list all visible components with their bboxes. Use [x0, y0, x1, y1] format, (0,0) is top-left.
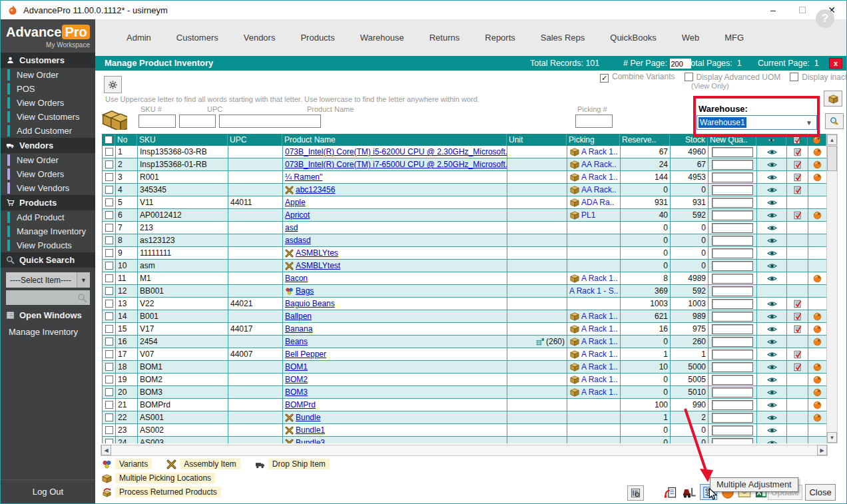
row-checkbox[interactable] — [105, 160, 113, 168]
orange-icon[interactable] — [813, 160, 822, 169]
select-all-checkbox[interactable] — [102, 134, 115, 146]
new-quantity-input[interactable] — [712, 299, 753, 309]
sidebar-item-view-orders[interactable]: View Orders — [1, 167, 95, 181]
col-new-quantity[interactable]: New Qua.. — [708, 134, 756, 146]
product-link[interactable]: Beans — [285, 337, 308, 346]
new-quantity-input[interactable] — [712, 274, 753, 284]
row-checkbox[interactable] — [105, 211, 113, 219]
scroll-right-button[interactable]: ▶ — [817, 445, 827, 455]
display-inactive-option[interactable]: Display inactive — [790, 73, 847, 82]
eye-icon[interactable] — [767, 299, 777, 309]
row-checkbox[interactable] — [105, 325, 113, 333]
menu-item-quickbooks[interactable]: QuickBooks — [597, 33, 669, 43]
new-quantity-input[interactable] — [712, 375, 753, 385]
menu-item-sales-reps[interactable]: Sales Reps — [528, 33, 597, 43]
col-reserve[interactable]: Reserve.. — [620, 134, 670, 146]
product-link[interactable]: Bags — [296, 286, 314, 296]
new-quantity-input[interactable] — [712, 185, 753, 195]
eye-icon[interactable] — [767, 324, 777, 334]
display-advanced-uom-checkbox[interactable] — [685, 73, 693, 81]
col-picking[interactable]: Picking — [567, 134, 620, 146]
product-link[interactable]: Apricot — [285, 210, 310, 220]
col-sku[interactable]: SKU — [137, 134, 228, 146]
row-checkbox[interactable] — [105, 224, 113, 232]
scroll-left-button[interactable]: ◀ — [101, 445, 111, 455]
eye-icon[interactable] — [767, 185, 777, 195]
picking-location[interactable]: AA Rack.. — [581, 160, 617, 169]
menu-item-vendors[interactable]: Vendors — [231, 33, 288, 43]
product-link[interactable]: Ballpen — [285, 312, 312, 321]
eye-icon[interactable] — [767, 387, 777, 397]
menu-item-reports[interactable]: Reports — [472, 33, 528, 43]
orange-icon[interactable] — [813, 388, 822, 397]
orange-icon[interactable] — [813, 338, 822, 346]
checklist-icon[interactable] — [793, 363, 802, 372]
new-quantity-input[interactable] — [712, 223, 753, 233]
eye-icon[interactable] — [767, 274, 777, 284]
package-button[interactable] — [824, 91, 842, 107]
row-checkbox[interactable] — [105, 439, 113, 443]
orange-icon[interactable] — [813, 211, 822, 220]
orange-icon[interactable] — [813, 325, 822, 334]
combine-variants-option[interactable]: ✓Combine Variants — [600, 72, 675, 83]
new-quantity-input[interactable] — [712, 438, 753, 444]
new-quantity-input[interactable] — [712, 312, 753, 322]
eye-icon[interactable] — [767, 438, 777, 444]
new-quantity-input[interactable] — [712, 362, 753, 372]
menu-item-customers[interactable]: Customers — [164, 33, 231, 43]
advanced-search-button[interactable] — [825, 113, 844, 129]
menu-item-warehouse[interactable]: Warehouse — [348, 33, 417, 43]
row-checkbox[interactable] — [105, 426, 113, 434]
logout-button[interactable]: Log Out — [1, 479, 95, 504]
eye-icon[interactable] — [767, 198, 777, 208]
orange-icon[interactable] — [813, 413, 822, 422]
row-checkbox[interactable] — [105, 413, 113, 421]
eye-icon[interactable] — [767, 362, 777, 372]
checklist-icon[interactable] — [793, 300, 802, 308]
picking-location[interactable]: A Rack 1.. — [581, 375, 618, 384]
row-checkbox[interactable] — [105, 338, 113, 346]
new-quantity-input[interactable] — [712, 210, 753, 220]
new-quantity-input[interactable] — [712, 248, 753, 258]
picking-location[interactable]: A Rack 1.. — [581, 362, 618, 372]
row-checkbox[interactable] — [105, 401, 113, 409]
sidebar-item-new-order[interactable]: New Order — [1, 153, 95, 167]
row-checkbox[interactable] — [105, 198, 113, 206]
row-checkbox[interactable] — [105, 274, 113, 282]
eye-icon[interactable] — [767, 337, 777, 347]
new-quantity-input[interactable] — [712, 324, 753, 334]
sidebar-item-view-orders[interactable]: View Orders — [1, 96, 95, 110]
col-unit[interactable]: Unit — [507, 134, 567, 146]
picking-location[interactable]: A Rack 1.. — [581, 350, 618, 359]
product-link[interactable]: Baguio Beans — [285, 299, 335, 308]
checklist-icon[interactable] — [793, 186, 802, 194]
col-no[interactable]: No — [115, 134, 137, 146]
settings-button[interactable] — [104, 76, 122, 93]
picking-input[interactable] — [575, 115, 613, 128]
sidebar-item-new-order[interactable]: New Order — [1, 68, 95, 82]
eye-icon[interactable] — [767, 236, 777, 246]
display-inactive-checkbox[interactable] — [790, 73, 798, 81]
upc-input[interactable] — [179, 115, 216, 128]
orange-icon[interactable] — [813, 312, 822, 321]
menu-item-web[interactable]: Web — [669, 33, 712, 43]
picking-location[interactable]: A Rack 1.. — [581, 337, 618, 346]
row-checkbox[interactable] — [105, 249, 113, 257]
eye-icon[interactable] — [767, 375, 777, 385]
row-checkbox[interactable] — [105, 388, 113, 396]
product-link[interactable]: Bell Pepper — [285, 350, 326, 359]
new-quantity-input[interactable] — [712, 337, 753, 347]
picking-location[interactable]: A Rack 1.. — [581, 324, 618, 334]
checklist-icon[interactable] — [793, 148, 802, 156]
horizontal-scrollbar[interactable]: ◀ ▶ — [101, 445, 828, 456]
row-checkbox[interactable] — [105, 236, 113, 244]
combine-variants-checkbox[interactable]: ✓ — [600, 74, 609, 83]
sku-input[interactable] — [139, 115, 176, 128]
new-quantity-input[interactable] — [712, 236, 753, 246]
picking-location[interactable]: A Rack 1.. — [581, 274, 618, 283]
eye-icon[interactable] — [767, 210, 777, 220]
product-link[interactable]: 073B_Intel(R) Core(TM) i7-6500U CPU @ 2.… — [285, 160, 507, 169]
sidebar-item-add-product[interactable]: Add Product — [1, 210, 95, 224]
maximize-button[interactable] — [788, 1, 817, 19]
warehouse-select[interactable]: Warehouse1 ▼ — [697, 115, 817, 130]
